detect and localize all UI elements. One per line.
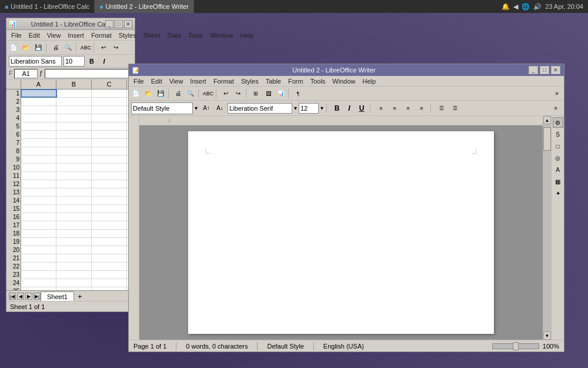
cell-a20[interactable] <box>21 246 56 254</box>
calc-menu-view[interactable]: View <box>45 31 64 39</box>
cell-a3[interactable] <box>21 106 56 114</box>
writer-spell-button[interactable]: ABC <box>202 88 214 100</box>
text-panel-button[interactable]: A <box>553 164 563 175</box>
cell-b1[interactable] <box>56 89 92 97</box>
calc-maximize-button[interactable]: □ <box>115 20 123 28</box>
cell-a1[interactable] <box>21 89 56 97</box>
cell-a2[interactable] <box>21 98 56 105</box>
cell-a8[interactable] <box>21 147 56 155</box>
writer-open-button[interactable]: 📂 <box>142 88 154 100</box>
calc-menu-format[interactable]: Format <box>89 31 114 39</box>
cell-c16[interactable] <box>92 213 127 221</box>
cell-reference[interactable] <box>14 69 38 78</box>
calc-menu-file[interactable]: File <box>9 31 24 39</box>
cell-a6[interactable] <box>21 131 56 138</box>
cell-b22[interactable] <box>56 263 92 270</box>
navigator-panel-button[interactable]: ◎ <box>553 152 563 163</box>
writer-menu-styles[interactable]: Styles <box>239 77 261 85</box>
spell-button[interactable]: ABC <box>80 42 92 54</box>
cell-c6[interactable] <box>92 131 127 138</box>
style-dropdown-icon[interactable]: ▾ <box>195 105 198 111</box>
cell-b6[interactable] <box>56 131 92 138</box>
cell-c19[interactable] <box>92 238 127 246</box>
effects-panel-button[interactable]: ✦ <box>553 188 563 198</box>
cell-b11[interactable] <box>56 172 92 180</box>
cell-a9[interactable] <box>21 155 56 163</box>
cell-a21[interactable] <box>21 254 56 262</box>
writer-toolbar-more[interactable]: » <box>551 88 563 100</box>
styles-panel-button[interactable]: S <box>553 129 563 140</box>
calc-taskbar-tab[interactable]: ■ Untitled 1 - LibreOffice Calc <box>0 0 95 13</box>
cell-c20[interactable] <box>92 246 127 254</box>
calc-menu-window[interactable]: Window <box>208 31 235 39</box>
cell-c15[interactable] <box>92 205 127 213</box>
next-sheet-button[interactable]: ▶ <box>25 293 32 300</box>
insert-table-button[interactable]: ⊞ <box>250 88 262 100</box>
cell-b19[interactable] <box>56 238 92 246</box>
writer-preview-button[interactable]: 🔍 <box>185 88 196 100</box>
align-left-button[interactable]: ≡ <box>375 102 387 114</box>
first-sheet-button[interactable]: |◀ <box>9 293 16 300</box>
layout-panel-button[interactable]: ▦ <box>553 176 563 187</box>
cell-b3[interactable] <box>56 106 92 114</box>
cell-b7[interactable] <box>56 139 92 147</box>
calc-menu-styles[interactable]: Styles <box>116 31 139 39</box>
writer-new-button[interactable]: 📄 <box>130 88 142 100</box>
cell-b16[interactable] <box>56 213 92 221</box>
paragraph-style[interactable] <box>131 102 193 114</box>
scrollbar-track[interactable] <box>543 124 551 331</box>
cell-a12[interactable] <box>21 180 56 188</box>
writer-menu-tools[interactable]: Tools <box>308 77 328 85</box>
cell-a4[interactable] <box>21 114 56 122</box>
calc-menu-tools[interactable]: Tools <box>186 31 206 39</box>
cell-c14[interactable] <box>92 197 127 204</box>
cell-c24[interactable] <box>92 279 127 287</box>
redo-button[interactable]: ↪ <box>110 42 122 54</box>
cell-b15[interactable] <box>56 205 92 213</box>
open-button[interactable]: 📂 <box>20 42 32 54</box>
cell-c4[interactable] <box>92 114 127 122</box>
writer-save-button[interactable]: 💾 <box>155 88 166 100</box>
writer-size-dropdown-icon[interactable]: ▾ <box>320 105 323 111</box>
cell-c1[interactable] <box>92 89 127 97</box>
formula-input[interactable] <box>45 69 132 78</box>
cell-a23[interactable] <box>21 271 56 279</box>
writer-font-name[interactable] <box>228 103 292 114</box>
font-up-button[interactable]: A↑ <box>201 102 212 114</box>
cell-b24[interactable] <box>56 279 92 287</box>
new-button[interactable]: 📄 <box>8 42 19 54</box>
writer-menu-insert[interactable]: Insert <box>188 77 209 85</box>
undo-button[interactable]: ↩ <box>98 42 109 54</box>
properties-panel-button[interactable]: ⚙ <box>553 117 563 128</box>
scroll-down-button[interactable]: ▼ <box>543 331 551 340</box>
print-button[interactable]: 🖨 <box>50 42 62 54</box>
doc-scroll-area[interactable] <box>139 125 543 340</box>
insert-chart-button[interactable]: 📊 <box>275 88 286 100</box>
scroll-up-button[interactable]: ▲ <box>543 116 551 124</box>
align-justify-button[interactable]: ≡ <box>416 102 427 114</box>
cell-a11[interactable] <box>21 172 56 180</box>
writer-italic-button[interactable]: I <box>344 103 355 114</box>
writer-underline-button[interactable]: U <box>356 103 367 114</box>
cell-a24[interactable] <box>21 279 56 287</box>
cell-b21[interactable] <box>56 254 92 262</box>
zoom-slider[interactable] <box>492 343 539 349</box>
bullets-button[interactable]: ☰ <box>436 102 447 114</box>
prev-sheet-button[interactable]: ◀ <box>17 293 24 300</box>
writer-bold-button[interactable]: B <box>332 103 342 114</box>
cell-b23[interactable] <box>56 271 92 279</box>
cell-c17[interactable] <box>92 221 127 229</box>
cell-a18[interactable] <box>21 230 56 237</box>
writer-close-button[interactable]: ✕ <box>551 66 560 74</box>
calc-menu-help[interactable]: Help <box>238 31 256 39</box>
cell-c8[interactable] <box>92 147 127 155</box>
cell-b2[interactable] <box>56 98 92 105</box>
document-page[interactable] <box>188 131 494 334</box>
writer-menu-view[interactable]: View <box>167 77 186 85</box>
cell-a5[interactable] <box>21 122 56 130</box>
insert-image-button[interactable]: 🖼 <box>262 88 274 100</box>
preview-button[interactable]: 🔍 <box>62 42 74 54</box>
cell-b18[interactable] <box>56 230 92 237</box>
cell-c10[interactable] <box>92 164 127 171</box>
cell-b13[interactable] <box>56 188 92 196</box>
